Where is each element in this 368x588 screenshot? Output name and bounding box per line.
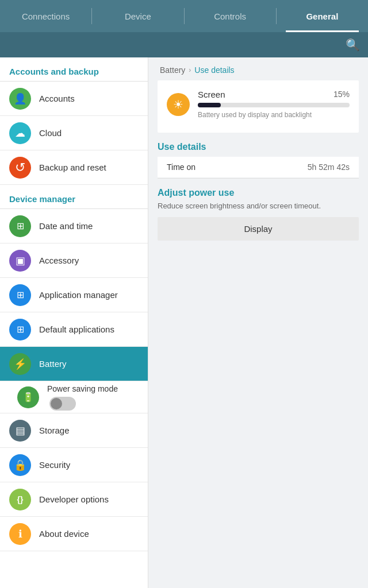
tab-device[interactable]: Device xyxy=(92,0,183,32)
battery-bar-fill xyxy=(198,103,221,107)
battery-screen-card: ☀ Screen 15% Battery used by display and… xyxy=(158,80,359,133)
header: Connections Device Controls General 🔍 xyxy=(0,0,368,57)
battery-item-row: ☀ Screen 15% Battery used by display and… xyxy=(167,90,350,119)
section-header-device-manager: Device manager xyxy=(0,185,148,209)
developer-icon: {} xyxy=(9,489,31,510)
about-label: About device xyxy=(39,529,89,539)
breadcrumb: Battery › Use details xyxy=(148,57,368,80)
default-apps-icon: ⊞ xyxy=(9,319,31,341)
use-details-title: Use details xyxy=(158,142,359,152)
app-manager-label: Application manager xyxy=(39,290,118,300)
breadcrumb-current: Use details xyxy=(194,65,234,75)
divider-1 xyxy=(158,178,359,179)
security-label: Security xyxy=(39,460,70,470)
accounts-icon: 👤 xyxy=(9,88,31,110)
display-button[interactable]: Display xyxy=(158,217,359,241)
power-saving-label: Power saving mode xyxy=(47,384,139,393)
battery-label: Battery xyxy=(39,359,67,369)
accessory-icon: ▣ xyxy=(9,250,31,272)
battery-percent: 15% xyxy=(334,90,350,99)
sidebar-item-accounts[interactable]: 👤 Accounts xyxy=(0,82,148,116)
sidebar-item-security[interactable]: 🔒 Security xyxy=(0,448,148,482)
sidebar: Accounts and backup 👤 Accounts ☁ Cloud ↺… xyxy=(0,57,148,588)
tab-bar: Connections Device Controls General xyxy=(0,0,368,32)
app-manager-icon: ⊞ xyxy=(9,284,31,306)
time-on-label: Time on xyxy=(167,163,195,172)
cloud-label: Cloud xyxy=(39,128,62,138)
main-layout: Accounts and backup 👤 Accounts ☁ Cloud ↺… xyxy=(0,57,368,588)
date-time-label: Date and time xyxy=(39,221,93,231)
cloud-icon: ☁ xyxy=(9,122,31,144)
sidebar-item-power-saving[interactable]: 🔋 Power saving mode xyxy=(0,381,148,413)
time-on-value: 5h 52m 42s xyxy=(308,163,350,172)
sidebar-item-about-device[interactable]: ℹ About device xyxy=(0,517,148,551)
sidebar-item-backup-reset[interactable]: ↺ Backup and reset xyxy=(0,150,148,185)
power-saving-toggle[interactable] xyxy=(49,397,76,411)
tab-connections[interactable]: Connections xyxy=(0,0,91,32)
date-time-icon: ⊞ xyxy=(9,215,31,237)
sidebar-item-default-apps[interactable]: ⊞ Default applications xyxy=(0,312,148,347)
power-saving-info: Power saving mode xyxy=(47,384,139,411)
battery-item-info: Screen 15% Battery used by display and b… xyxy=(198,90,350,119)
backup-icon: ↺ xyxy=(9,157,31,179)
battery-item-name-row: Screen 15% xyxy=(198,90,350,99)
sidebar-item-battery[interactable]: ⚡ Battery xyxy=(0,347,148,381)
search-icon[interactable]: 🔍 xyxy=(346,38,360,52)
tab-general[interactable]: General xyxy=(277,0,368,32)
default-apps-label: Default applications xyxy=(39,324,114,334)
security-icon: 🔒 xyxy=(9,454,31,476)
time-on-row: Time on 5h 52m 42s xyxy=(158,157,359,177)
sidebar-item-developer-options[interactable]: {} Developer options xyxy=(0,482,148,517)
adjust-power-desc: Reduce screen brightness and/or screen t… xyxy=(158,202,359,210)
storage-label: Storage xyxy=(39,425,70,435)
battery-item-screen-name: Screen xyxy=(198,90,225,99)
storage-icon: ▤ xyxy=(9,420,31,442)
sidebar-item-accessory[interactable]: ▣ Accessory xyxy=(0,243,148,278)
accessory-label: Accessory xyxy=(39,256,79,265)
content-area: Battery › Use details ☀ Screen 15% Batte… xyxy=(148,57,368,588)
accounts-label: Accounts xyxy=(39,94,75,103)
breadcrumb-arrow: › xyxy=(189,66,191,74)
adjust-power-title: Adjust power use xyxy=(158,188,359,198)
about-icon: ℹ xyxy=(9,523,31,545)
sidebar-item-storage[interactable]: ▤ Storage xyxy=(0,413,148,448)
sidebar-item-cloud[interactable]: ☁ Cloud xyxy=(0,116,148,150)
developer-label: Developer options xyxy=(39,494,109,504)
battery-bar-track xyxy=(198,103,350,107)
breadcrumb-parent: Battery xyxy=(160,65,185,75)
section-header-accounts-backup: Accounts and backup xyxy=(0,57,148,82)
sidebar-item-date-time[interactable]: ⊞ Date and time xyxy=(0,209,148,243)
battery-description: Battery used by display and backlight xyxy=(198,111,350,119)
tab-controls[interactable]: Controls xyxy=(185,0,276,32)
backup-label: Backup and reset xyxy=(39,163,106,172)
search-bar: 🔍 xyxy=(0,32,368,57)
screen-icon: ☀ xyxy=(167,93,190,116)
toggle-thumb xyxy=(51,398,62,409)
power-saving-icon: 🔋 xyxy=(17,386,39,408)
sidebar-item-application-manager[interactable]: ⊞ Application manager xyxy=(0,278,148,312)
battery-icon: ⚡ xyxy=(9,353,31,375)
